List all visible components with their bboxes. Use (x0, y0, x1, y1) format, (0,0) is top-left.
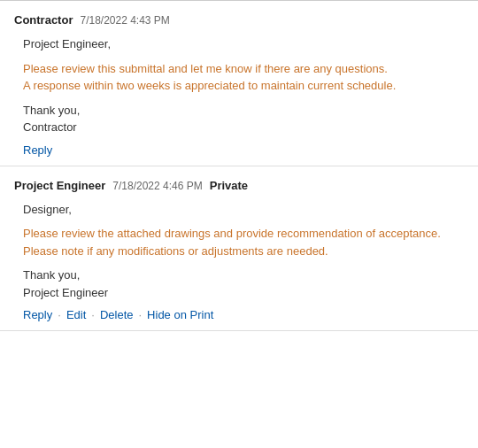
comment-closing-comment-1: Thank you,Contractor (23, 102, 464, 136)
comment-message-comment-1: Please review this submittal and let me … (23, 60, 464, 95)
comment-author-comment-2: Project Engineer (14, 179, 105, 192)
comment-salutation-comment-1: Project Engineer, (23, 35, 464, 53)
action-delete-comment-2[interactable]: Delete (100, 308, 134, 321)
comment-header-comment-2: Project Engineer7/18/2022 4:46 PMPrivate (14, 179, 464, 192)
comment-salutation-comment-2: Designer, (23, 201, 464, 219)
comment-timestamp-comment-1: 7/18/2022 4:43 PM (80, 14, 169, 27)
action-separator-comment-2-1: · (91, 308, 95, 321)
comment-timestamp-comment-2: 7/18/2022 4:46 PM (112, 180, 202, 192)
action-hide-on-print-comment-2[interactable]: Hide on Print (147, 308, 213, 321)
comment-block-comment-1: Contractor7/18/2022 4:43 PMProject Engin… (0, 0, 478, 166)
action-reply-comment-1[interactable]: Reply (23, 143, 52, 157)
comment-private-badge-comment-2: Private (210, 179, 248, 192)
comment-closing-comment-2: Thank you,Project Engineer (23, 266, 464, 301)
action-reply-comment-2[interactable]: Reply (23, 308, 52, 321)
comment-author-comment-1: Contractor (14, 13, 73, 27)
comment-block-comment-2: Project Engineer7/18/2022 4:46 PMPrivate… (0, 166, 478, 332)
action-edit-comment-2[interactable]: Edit (66, 308, 86, 321)
comment-message-comment-2: Please review the attached drawings and … (23, 225, 464, 259)
comment-section: Contractor7/18/2022 4:43 PMProject Engin… (0, 0, 478, 331)
comment-body-comment-1: Project Engineer,Please review this subm… (14, 35, 464, 136)
comment-actions-comment-1: Reply (14, 143, 464, 157)
comment-body-comment-2: Designer,Please review the attached draw… (14, 201, 464, 302)
comment-header-comment-1: Contractor7/18/2022 4:43 PM (14, 13, 464, 27)
action-separator-comment-2-2: · (138, 308, 142, 321)
action-separator-comment-2-0: · (58, 308, 61, 321)
comment-actions-comment-2: Reply · Edit · Delete · Hide on Print (14, 308, 464, 321)
